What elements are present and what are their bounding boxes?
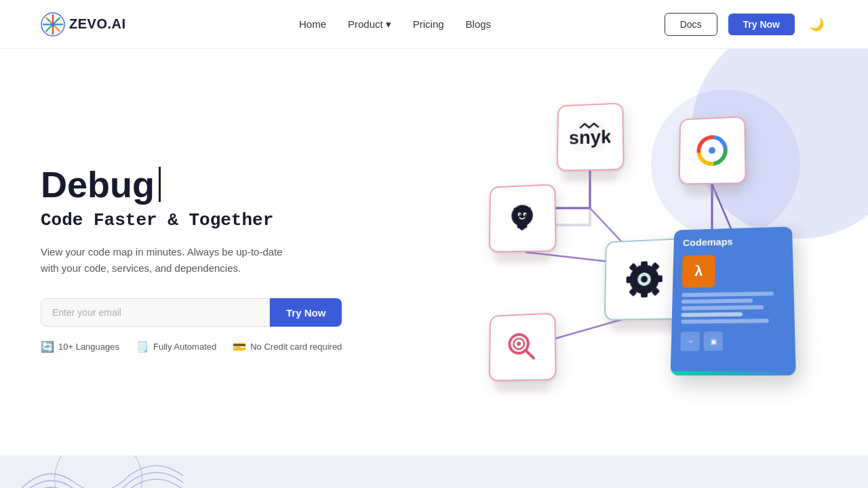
- svg-rect-22: [641, 292, 648, 298]
- email-input[interactable]: [41, 298, 270, 327]
- hero-illustration: snyk: [448, 89, 827, 428]
- card-search: [489, 312, 557, 381]
- snyk-logo: snyk: [570, 117, 610, 158]
- search-icon: [502, 327, 542, 367]
- code-line-4: [682, 312, 743, 317]
- hero-section: Debug Code Faster & Together View your c…: [0, 49, 868, 455]
- card-github: [489, 184, 557, 252]
- codemaps-icon-1: →: [680, 331, 699, 351]
- trynow-hero-button[interactable]: Try Now: [270, 298, 342, 327]
- code-line-1: [682, 291, 774, 297]
- dark-mode-toggle[interactable]: 🌙: [806, 14, 827, 35]
- gcp-logo: [692, 130, 732, 171]
- code-line-3: [682, 305, 764, 310]
- hero-badges: 🔄 10+ Languages 🗒️ Fully Automated 💳 No …: [41, 340, 342, 353]
- moon-icon: 🌙: [809, 17, 824, 32]
- languages-icon: 🔄: [41, 340, 54, 353]
- svg-point-5: [51, 22, 55, 26]
- card-snyk: snyk: [557, 102, 625, 171]
- nav-links: Home Product ▾ Pricing Blogs: [299, 18, 491, 30]
- nav-blogs[interactable]: Blogs: [466, 18, 492, 30]
- codemaps-label: Codemaps: [673, 226, 792, 251]
- chevron-down-icon: ▾: [386, 18, 391, 30]
- svg-line-33: [526, 350, 534, 358]
- codemaps-icon-2: ▣: [703, 331, 722, 351]
- hero-heading: Debug: [41, 165, 342, 205]
- hero-subheading: Code Faster & Together: [41, 210, 342, 230]
- lambda-icon: λ: [682, 255, 715, 288]
- automated-icon: 🗒️: [136, 340, 149, 353]
- cursor-blink: [159, 167, 161, 202]
- card-codemaps: Codemaps λ → ▣: [671, 226, 796, 375]
- hero-description: View your code map in minutes. Always be…: [41, 244, 298, 277]
- badge-languages: 🔄 10+ Languages: [41, 340, 119, 353]
- gear-icon: [621, 255, 669, 303]
- svg-point-34: [517, 342, 521, 346]
- logo[interactable]: ZEVO.AI: [41, 12, 126, 37]
- code-line-2: [682, 299, 753, 304]
- bottom-section: [0, 455, 868, 488]
- codemaps-icons: → ▣: [680, 331, 785, 351]
- svg-rect-21: [641, 261, 648, 266]
- trynow-nav-button[interactable]: Try Now: [728, 14, 795, 35]
- nav-actions: Docs Try Now 🌙: [665, 13, 827, 36]
- code-line-5: [681, 319, 769, 323]
- badge-automated: 🗒️ Fully Automated: [136, 340, 216, 353]
- logo-text: ZEVO.AI: [69, 16, 126, 32]
- codemaps-bottom-bar: [671, 371, 796, 375]
- wave-decoration: [20, 455, 183, 488]
- github-logo: [502, 199, 542, 239]
- svg-text:snyk: snyk: [570, 125, 610, 148]
- docs-button[interactable]: Docs: [665, 13, 717, 36]
- email-form: Try Now: [41, 298, 342, 327]
- credit-icon: 💳: [233, 340, 246, 353]
- nav-home[interactable]: Home: [299, 18, 326, 30]
- hero-left: Debug Code Faster & Together View your c…: [41, 165, 342, 353]
- logo-icon: [41, 12, 65, 37]
- nav-pricing[interactable]: Pricing: [413, 18, 444, 30]
- badge-no-credit: 💳 No Credit card required: [233, 340, 342, 353]
- svg-rect-24: [627, 277, 632, 283]
- navbar: ZEVO.AI Home Product ▾ Pricing Blogs Doc…: [0, 0, 868, 49]
- card-gcp: [679, 116, 747, 184]
- nav-product[interactable]: Product ▾: [348, 18, 391, 30]
- svg-rect-23: [657, 275, 663, 282]
- codemaps-body: λ → ▣: [671, 248, 795, 357]
- codemaps-code-lines: [681, 291, 785, 324]
